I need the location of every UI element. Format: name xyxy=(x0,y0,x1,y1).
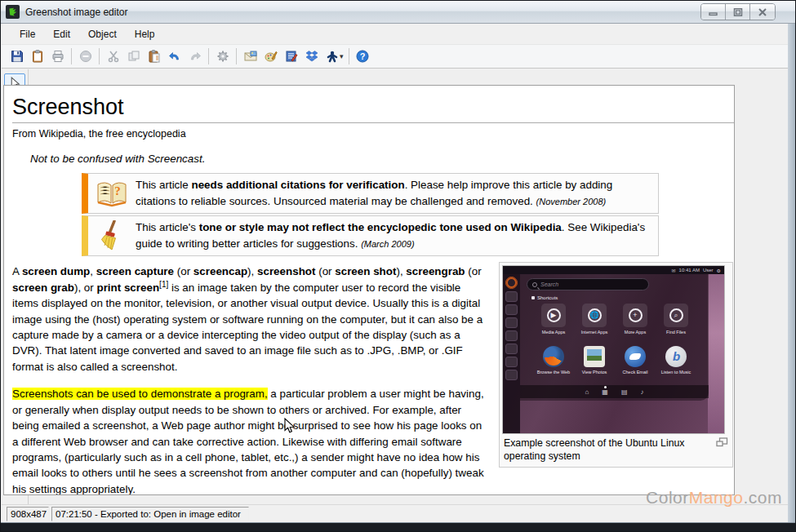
upload-dropdown-caret[interactable]: ▾ xyxy=(340,52,344,60)
text-segment: screen shot xyxy=(335,265,396,277)
hatnote: Not to be confused with Screencast. xyxy=(30,153,734,165)
redo-button xyxy=(185,47,205,66)
text-segment: screen grab xyxy=(12,282,74,294)
text-segment: print screen xyxy=(96,282,159,294)
export-status-message: 07:21:50 - Exported to: Open in image ed… xyxy=(51,507,249,521)
ubuntu-screenshot-image: ✉ 10:41 AM User ⚙ xyxy=(502,265,725,434)
photos-icon xyxy=(584,346,605,367)
tone-notice-text: This article's tone or style may not ref… xyxy=(136,219,651,252)
text-segment: operating system xyxy=(504,450,580,462)
text-segment: . xyxy=(530,195,536,207)
ubuntu-dash: Search Shortcuts ▶ Media Apps 🌐 Internet… xyxy=(520,274,709,401)
editor-canvas[interactable]: Screenshot From Wikipedia, the free ency… xyxy=(3,85,735,495)
text-segment: (or xyxy=(465,265,482,277)
wiki-link: reliable sources xyxy=(191,195,268,207)
menu-edit[interactable]: Edit xyxy=(45,25,78,43)
email-button[interactable] xyxy=(240,47,260,66)
text-segment: This article's xyxy=(136,221,199,233)
wikipedia-article: Screenshot From Wikipedia, the free ency… xyxy=(12,95,734,495)
wiki-link: monitor xyxy=(124,297,160,309)
help-button[interactable]: ? xyxy=(353,47,373,66)
text-segment: and xyxy=(463,195,487,207)
open-in-editor-button[interactable] xyxy=(281,47,301,66)
text-segment: screen capture xyxy=(96,265,174,277)
copy-to-clipboard-button[interactable] xyxy=(27,47,47,66)
toolbar-separator xyxy=(208,48,209,64)
maximize-button[interactable] xyxy=(726,4,750,20)
app-listen-music: Listen to Music xyxy=(655,346,697,375)
tile-label: Media Apps xyxy=(542,330,566,335)
copy-button xyxy=(123,47,144,66)
window-frame-bottom xyxy=(1,522,795,531)
plus-icon: + xyxy=(629,308,643,322)
text-segment: A xyxy=(12,265,22,277)
wiki-link: computer xyxy=(293,282,339,294)
text-segment: is an xyxy=(168,282,198,294)
text-segment: screen dump xyxy=(22,265,90,277)
print-button[interactable] xyxy=(47,47,68,66)
text-segment: ), or xyxy=(74,282,97,294)
wiki-link: DVR xyxy=(12,344,35,357)
image-size-status: 908x487 xyxy=(7,507,49,521)
minimize-button[interactable] xyxy=(701,4,726,20)
text-segment: needs additional xyxy=(191,179,280,191)
app-label: Browse the Web xyxy=(537,370,570,375)
app-browse-web: Browse the Web xyxy=(532,346,575,375)
magnifier-icon: ⌕ xyxy=(669,308,683,322)
home-icon: ⌂ xyxy=(585,388,589,396)
app-check-email: Check Email xyxy=(614,346,656,375)
file-icon: ▤ xyxy=(621,388,628,396)
save-button[interactable] xyxy=(7,47,27,66)
wiki-link: challenged xyxy=(410,195,463,207)
ubuntu-dock: ⌂ ▦ ▤ ♪ xyxy=(520,385,709,398)
text-segment: for suggestions. xyxy=(278,237,361,250)
dropbox-button[interactable] xyxy=(301,47,322,66)
tile-more-apps: + More Apps xyxy=(616,304,654,335)
undo-button[interactable] xyxy=(164,47,185,66)
text-segment: ). That latent image converted and saved… xyxy=(12,344,463,372)
ubuntu-shortcuts-label: Shortcuts xyxy=(531,295,558,300)
text-segment: ), xyxy=(396,265,406,277)
figure-caption: Example screenshot of the Ubuntu Linux o… xyxy=(502,434,730,463)
tile-label: Internet Apps xyxy=(581,330,607,335)
text-segment: . Unsourced material may be xyxy=(268,195,411,207)
text-segment: . See Wikipedia's xyxy=(562,221,645,233)
svg-text:?: ? xyxy=(114,184,121,197)
text-segment: , xyxy=(90,265,96,277)
text-segment: This article xyxy=(136,179,191,191)
wiki-link: tone xyxy=(199,221,222,233)
text-segment: Screenshots can be used to demonstrate a… xyxy=(12,388,268,400)
text-segment: . Please help xyxy=(405,179,471,191)
launcher-item xyxy=(505,330,518,341)
toolbar-separator xyxy=(236,48,237,64)
wiki-link: verification xyxy=(346,179,404,191)
wiki-link: image xyxy=(198,282,227,294)
main-area: T abc Scree xyxy=(2,69,788,504)
play-icon: ▶ xyxy=(547,308,561,322)
article-title: Screenshot xyxy=(12,95,734,123)
grid-icon: ▦ xyxy=(602,388,608,396)
open-in-paint-button[interactable] xyxy=(260,47,281,66)
delete-button xyxy=(75,47,96,66)
ubuntu-desktop-band xyxy=(708,266,724,433)
toolbar-separator xyxy=(349,48,349,64)
text-segment: . xyxy=(202,153,206,165)
close-button[interactable] xyxy=(750,4,775,20)
menu-file[interactable]: File xyxy=(11,25,43,43)
tone-notice-box: This article's tone or style may not ref… xyxy=(82,215,659,256)
toolbar-separator xyxy=(71,48,72,64)
text-segment: (or xyxy=(174,265,193,277)
title-bar[interactable]: Greenshot image editor xyxy=(1,1,795,24)
settings-button[interactable] xyxy=(212,47,233,66)
wiki-link: guide to writing better articles xyxy=(136,237,278,250)
text-segment: a particular problem a user might be hav… xyxy=(12,388,484,494)
text-segment: taken by the xyxy=(227,282,292,294)
paste-button[interactable] xyxy=(144,47,164,66)
toolbar-separator xyxy=(99,48,100,64)
menu-help[interactable]: Help xyxy=(127,25,163,43)
ubuntu-search-placeholder: Search xyxy=(540,282,558,287)
menu-object[interactable]: Object xyxy=(80,25,125,43)
mouse-cursor xyxy=(284,418,296,437)
text-segment: for xyxy=(326,179,346,191)
ubuntu-clock: 10:41 AM xyxy=(679,268,700,273)
